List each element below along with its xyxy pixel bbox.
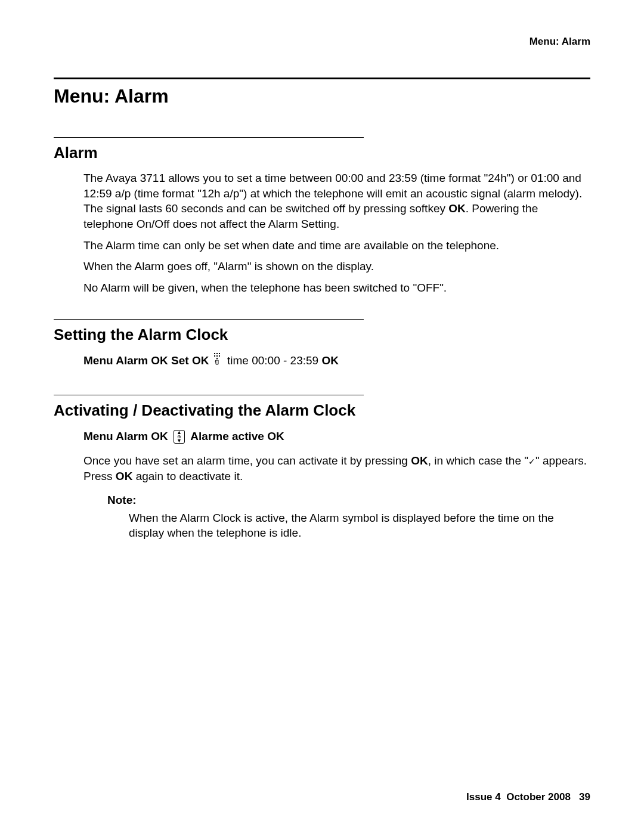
act-p1-a: Once you have set an alarm time, you can…	[83, 454, 411, 467]
page-footer: Issue 4 October 2008 39	[466, 791, 590, 803]
page-title: Menu: Alarm	[54, 85, 590, 107]
heading-setting: Setting the Alarm Clock	[54, 326, 590, 344]
svg-rect-0	[214, 353, 215, 354]
alarm-p4: No Alarm will be given, when the telepho…	[83, 280, 590, 296]
activating-p1: Once you have set an alarm time, you can…	[83, 453, 590, 484]
nav-activating: Menu Alarm OK ▲ ⊕ ▼ Alarme active OK	[83, 428, 590, 445]
footer-date: October 2008	[506, 791, 571, 803]
svg-rect-3	[214, 355, 215, 357]
nav-setting: Menu Alarm OK Set OK time 00:00 - 23:59 …	[83, 352, 590, 371]
heading-activating: Activating / Deactivating the Alarm Cloc…	[54, 401, 590, 420]
nav-activating-post: Alarme active OK	[190, 430, 284, 442]
keypad-icon	[213, 352, 223, 371]
section-rule-setting	[54, 319, 364, 320]
svg-rect-5	[219, 355, 220, 357]
section-rule-activating	[54, 395, 364, 395]
footer-page: 39	[579, 791, 590, 803]
act-p1-f: again to deactivate it.	[132, 470, 243, 482]
heading-alarm: Alarm	[54, 144, 590, 162]
note-block: Note: When the Alarm Clock is active, th…	[107, 494, 590, 541]
footer-issue: Issue 4	[466, 791, 501, 803]
note-label: Note:	[107, 494, 590, 507]
alarm-p3: When the Alarm goes off, "Alarm" is show…	[83, 259, 590, 274]
act-p1-c: , in which case the "	[428, 454, 528, 467]
main-rule	[54, 78, 590, 79]
section-rule-alarm	[54, 137, 364, 138]
alarm-p1: The Avaya 3711 allows you to set a time …	[83, 171, 590, 232]
running-header: Menu: Alarm	[54, 36, 590, 48]
act-p1-ok1: OK	[411, 454, 428, 467]
nav-activating-pre: Menu Alarm OK	[83, 430, 168, 442]
body-alarm: The Avaya 3711 allows you to set a time …	[83, 171, 590, 295]
svg-rect-4	[216, 355, 218, 357]
act-p1-ok2: OK	[116, 470, 133, 482]
note-text: When the Alarm Clock is active, the Alar…	[129, 510, 590, 541]
body-activating: Once you have set an alarm time, you can…	[83, 453, 590, 484]
document-page: Menu: Alarm Menu: Alarm Alarm The Avaya …	[0, 0, 644, 833]
alarm-p2: The Alarm time can only be set when date…	[83, 238, 590, 253]
arrow-key-icon: ▲ ⊕ ▼	[174, 430, 185, 444]
nav-setting-post: OK	[321, 355, 339, 367]
svg-rect-2	[219, 353, 220, 354]
checkmark-icon: ✓	[528, 457, 535, 466]
nav-setting-pre: Menu Alarm OK Set OK	[83, 355, 209, 367]
nav-setting-mid: time 00:00 - 23:59	[224, 355, 322, 367]
svg-rect-6	[216, 358, 218, 359]
svg-rect-1	[216, 353, 218, 354]
alarm-p1-ok: OK	[448, 202, 466, 215]
